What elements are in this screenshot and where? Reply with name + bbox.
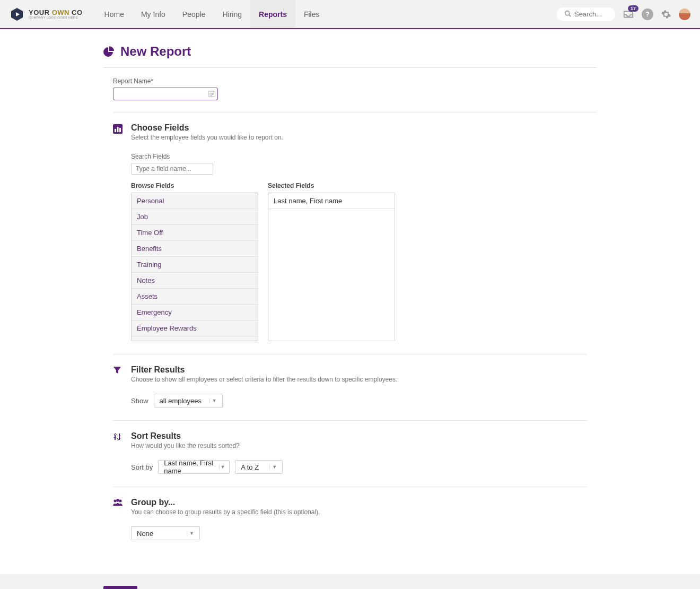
- people-group-icon: [113, 499, 124, 540]
- topbar: YOUR OWN CO COMPANY LOGO GOES HERE Home …: [0, 0, 700, 29]
- group-sub: You can choose to group results by a spe…: [131, 508, 587, 516]
- sortby-label: Sort by: [131, 463, 153, 471]
- main-nav: Home My Info People Hiring Reports Files: [96, 0, 328, 28]
- svg-rect-5: [115, 129, 116, 132]
- category-fun-facts[interactable]: Fun Facts: [132, 336, 258, 341]
- user-avatar[interactable]: [679, 8, 690, 20]
- nav-my-info[interactable]: My Info: [133, 0, 174, 28]
- show-label: Show: [131, 397, 148, 405]
- category-time-off[interactable]: Time Off: [132, 225, 258, 241]
- help-button[interactable]: ?: [642, 8, 653, 20]
- logo-word-3: CO: [69, 8, 83, 16]
- chevron-down-icon: ▼: [187, 531, 196, 536]
- category-benefits[interactable]: Benefits: [132, 241, 258, 257]
- section-group-by: Group by... You can choose to group resu…: [113, 487, 587, 553]
- page-header: New Report: [103, 44, 597, 68]
- logo-tagline: COMPANY LOGO GOES HERE: [29, 16, 83, 19]
- logo-text: YOUR OWN CO COMPANY LOGO GOES HERE: [29, 9, 83, 19]
- svg-rect-6: [117, 127, 119, 132]
- footer: Save Cancel ®bambooHR®: [0, 574, 700, 589]
- choose-fields-title: Choose Fields: [131, 123, 597, 133]
- sort-field-select[interactable]: Last name, First name ▼: [158, 460, 230, 474]
- selected-fields-label: Selected Fields: [268, 182, 395, 189]
- section-sort-results: Sort Results How would you like the resu…: [113, 420, 587, 487]
- group-title: Group by...: [131, 498, 587, 507]
- inbox-button[interactable]: 17: [623, 8, 634, 20]
- save-button[interactable]: Save: [103, 586, 137, 589]
- search-fields-label: Search Fields: [131, 153, 597, 160]
- category-emergency[interactable]: Emergency: [132, 305, 258, 321]
- svg-point-2: [565, 11, 570, 15]
- contact-card-icon: [208, 91, 215, 97]
- selected-field-item[interactable]: Last name, First name: [268, 193, 395, 209]
- chevron-down-icon: ▼: [269, 464, 279, 470]
- browse-fields-list[interactable]: Personal Job Time Off Benefits Training …: [131, 193, 258, 341]
- svg-point-10: [119, 500, 122, 503]
- choose-fields-sub: Select the employee fields you would lik…: [131, 134, 597, 141]
- page-content: New Report Report Name* Choose Fields Se…: [103, 29, 597, 574]
- report-name-row: Report Name*: [113, 77, 597, 100]
- pie-chart-icon: [103, 46, 114, 57]
- selected-fields-list[interactable]: Last name, First name: [268, 193, 395, 341]
- category-training[interactable]: Training: [132, 257, 258, 273]
- svg-point-8: [114, 500, 117, 503]
- logo-word-1: YOUR: [29, 8, 52, 16]
- sort-icon: [113, 432, 124, 474]
- browse-fields-label: Browse Fields: [131, 182, 258, 189]
- search-fields-input[interactable]: [131, 163, 213, 175]
- chevron-down-icon: ▼: [219, 464, 226, 470]
- sort-order-select[interactable]: A to Z ▼: [235, 460, 283, 474]
- chevron-down-icon: ▼: [209, 398, 219, 403]
- show-select[interactable]: all employees ▼: [154, 394, 223, 408]
- filter-sub: Choose to show all employees or select c…: [131, 376, 587, 383]
- nav-reports[interactable]: Reports: [250, 0, 295, 28]
- logo-hex-icon: [10, 7, 24, 22]
- section-choose-fields: Choose Fields Select the employee fields…: [113, 112, 597, 354]
- sort-order-value: A to Z: [241, 463, 259, 471]
- bar-chart-icon: [113, 124, 124, 341]
- group-select[interactable]: None ▼: [131, 526, 200, 540]
- category-assets[interactable]: Assets: [132, 289, 258, 305]
- filter-title: Filter Results: [131, 365, 587, 375]
- category-personal[interactable]: Personal: [132, 193, 258, 209]
- page-title: New Report: [120, 44, 191, 59]
- category-employee-rewards[interactable]: Employee Rewards: [132, 321, 258, 336]
- topbar-right: 17 ?: [557, 7, 690, 21]
- sort-title: Sort Results: [131, 431, 587, 441]
- report-name-input[interactable]: [113, 88, 218, 100]
- report-name-label: Report Name*: [113, 77, 597, 85]
- svg-rect-7: [119, 128, 121, 132]
- logo-word-2: OWN: [52, 8, 69, 16]
- svg-point-9: [116, 499, 119, 502]
- company-logo[interactable]: YOUR OWN CO COMPANY LOGO GOES HERE: [10, 7, 83, 22]
- category-job[interactable]: Job: [132, 209, 258, 225]
- search-icon: [564, 10, 571, 19]
- inbox-badge: 17: [628, 5, 638, 12]
- search-input[interactable]: [574, 10, 611, 18]
- sort-field-value: Last name, First name: [164, 459, 214, 475]
- show-select-value: all employees: [160, 397, 202, 405]
- svg-line-3: [569, 14, 571, 16]
- nav-files[interactable]: Files: [295, 0, 328, 28]
- sort-sub: How would you like the results sorted?: [131, 442, 587, 449]
- group-select-value: None: [137, 530, 153, 538]
- nav-people[interactable]: People: [174, 0, 214, 28]
- nav-home[interactable]: Home: [96, 0, 133, 28]
- category-notes[interactable]: Notes: [132, 273, 258, 289]
- section-filter-results: Filter Results Choose to show all employ…: [113, 354, 587, 420]
- funnel-icon: [113, 366, 124, 408]
- settings-button[interactable]: [661, 9, 671, 20]
- nav-hiring[interactable]: Hiring: [214, 0, 250, 28]
- global-search[interactable]: [557, 7, 615, 21]
